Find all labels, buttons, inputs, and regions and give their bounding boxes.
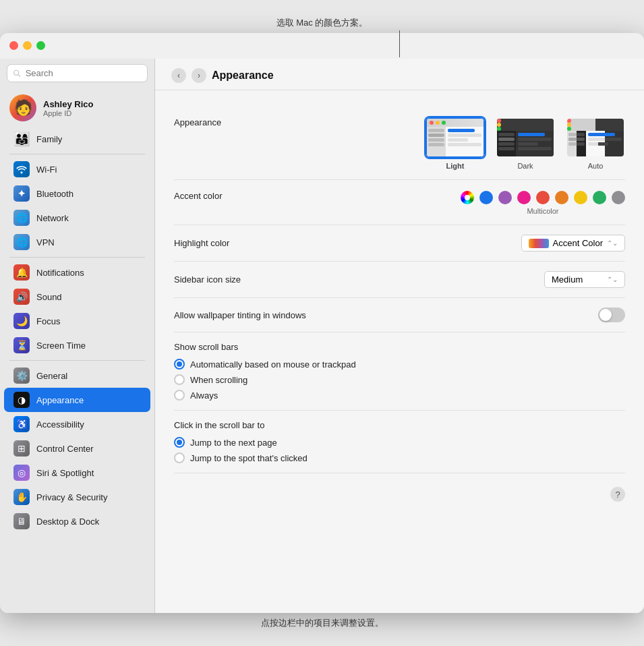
- close-button[interactable]: [9, 41, 18, 50]
- bluetooth-icon: ✦: [13, 185, 30, 202]
- desktop-icon: 🖥: [13, 513, 30, 529]
- accent-dot-graphite[interactable]: [612, 191, 625, 204]
- show-scroll-bars-section: Show scroll bars Automatically based on …: [174, 332, 625, 411]
- sidebar-label-general: General: [36, 371, 67, 381]
- sidebar-item-family[interactable]: 👨‍👩‍👧 Family: [4, 127, 150, 151]
- radio-clicked-spot-label: Jump to the spot that's clicked: [190, 453, 308, 463]
- divider: [9, 154, 145, 154]
- search-icon: [13, 69, 22, 78]
- theme-option-dark[interactable]: Dark: [496, 117, 555, 170]
- svg-point-0: [14, 70, 19, 75]
- appearance-icon: ◑: [13, 392, 30, 408]
- help-button[interactable]: ?: [610, 487, 625, 502]
- accent-dot-red[interactable]: [536, 191, 550, 204]
- radio-option-scrolling[interactable]: When scrolling: [174, 374, 625, 385]
- sidebar-label-focus: Focus: [36, 316, 60, 326]
- radio-option-clicked-spot[interactable]: Jump to the spot that's clicked: [174, 452, 625, 463]
- sidebar-label-siri: Siri & Spotlight: [36, 468, 94, 478]
- sidebar-icon-size-dropdown[interactable]: Medium ⌃⌄: [544, 271, 625, 288]
- radio-auto-label: Automatically based on mouse or trackpad: [190, 359, 356, 370]
- notifications-icon: 🔔: [13, 264, 30, 281]
- back-button[interactable]: ‹: [171, 68, 186, 83]
- sidebar-item-privacy[interactable]: ✋ Privacy & Security: [4, 485, 150, 509]
- sidebar-item-desktop[interactable]: 🖥 Desktop & Dock: [4, 509, 150, 533]
- general-icon: ⚙️: [13, 368, 30, 384]
- forward-button[interactable]: ›: [192, 68, 206, 83]
- sidebar-item-sound[interactable]: 🔊 Sound: [4, 285, 150, 309]
- main-header: ‹ › Appearance: [155, 59, 644, 90]
- accent-dot-yellow[interactable]: [574, 191, 587, 204]
- sidebar-icon-size-label: Sidebar icon size: [174, 274, 241, 285]
- sidebar-item-appearance[interactable]: ◑ Appearance: [4, 388, 150, 412]
- search-input[interactable]: [26, 68, 142, 78]
- radio-option-next-page[interactable]: Jump to the next page: [174, 437, 625, 448]
- accent-colors-group: Multicolor: [461, 191, 625, 215]
- tooltip-line: [399, 30, 400, 57]
- sidebar-label-bluetooth: Bluetooth: [36, 189, 74, 199]
- sidebar-item-vpn[interactable]: 🌐 VPN: [4, 230, 150, 254]
- accent-dot-pink[interactable]: [517, 191, 531, 204]
- highlight-color-value: Accent Color: [553, 238, 603, 248]
- radio-option-auto[interactable]: Automatically based on mouse or trackpad: [174, 359, 625, 370]
- accent-color-label: Accent color: [174, 191, 223, 201]
- controlcenter-icon: ⊞: [13, 440, 30, 457]
- accent-dot-multicolor[interactable]: [461, 191, 474, 204]
- wallpaper-tinting-toggle[interactable]: [598, 307, 625, 322]
- page-title: Appearance: [212, 69, 274, 82]
- click-scroll-options: Jump to the next page Jump to the spot t…: [174, 437, 625, 463]
- radio-clicked-spot[interactable]: [174, 452, 185, 463]
- divider3: [9, 360, 145, 361]
- accent-color-row: Accent color: [174, 180, 625, 225]
- focus-icon: 🌙: [13, 313, 30, 329]
- accent-dot-orange[interactable]: [555, 191, 568, 204]
- radio-scrolling-label: When scrolling: [190, 375, 247, 385]
- divider2: [9, 257, 145, 258]
- sidebar-label-vpn: VPN: [36, 237, 55, 247]
- content-area: 🧑 Ashley Rico Apple ID 👨‍👩‍👧 Family: [0, 59, 644, 613]
- sidebar-item-focus[interactable]: 🌙 Focus: [4, 309, 150, 333]
- sidebar-item-siri[interactable]: ◎ Siri & Spotlight: [4, 461, 150, 485]
- accent-dot-blue[interactable]: [479, 191, 493, 204]
- sidebar-item-controlcenter[interactable]: ⊞ Control Center: [4, 436, 150, 461]
- accessibility-icon: ♿: [13, 416, 30, 432]
- highlight-color-preview: [529, 239, 549, 248]
- sidebar-item-wifi[interactable]: Wi-Fi: [4, 157, 150, 181]
- siri-icon: ◎: [13, 465, 30, 481]
- accent-dot-purple[interactable]: [498, 191, 512, 204]
- sidebar-label-wifi: Wi-Fi: [36, 165, 57, 175]
- radio-always[interactable]: [174, 390, 185, 401]
- theme-thumbnail-dark: [496, 117, 555, 158]
- family-icon: 👨‍👩‍👧: [13, 131, 30, 147]
- sidebar-item-bluetooth[interactable]: ✦ Bluetooth: [4, 181, 150, 206]
- radio-scrolling[interactable]: [174, 374, 185, 385]
- search-bar[interactable]: [7, 64, 148, 82]
- highlight-color-row: Highlight color Accent Color ⌃⌄: [174, 225, 625, 262]
- minimize-button[interactable]: [23, 41, 32, 50]
- sidebar-item-network[interactable]: 🌐 Network: [4, 206, 150, 230]
- sidebar-label-network: Network: [36, 213, 69, 223]
- accent-multicolor-label: Multicolor: [461, 207, 625, 215]
- sidebar-user[interactable]: 🧑 Ashley Rico Apple ID: [0, 89, 154, 127]
- theme-option-light[interactable]: Light: [426, 117, 485, 170]
- radio-auto[interactable]: [174, 359, 185, 370]
- svg-line-1: [18, 74, 20, 76]
- radio-option-always[interactable]: Always: [174, 390, 625, 401]
- toggle-knob: [599, 309, 612, 321]
- appearance-label: Appearance: [174, 117, 221, 127]
- sidebar-item-accessibility[interactable]: ♿ Accessibility: [4, 412, 150, 436]
- sidebar-item-notifications[interactable]: 🔔 Notifications: [4, 260, 150, 285]
- tooltip-top: 选取 Mac 的颜色方案。: [0, 17, 644, 29]
- sidebar-label-controlcenter: Control Center: [36, 444, 94, 454]
- sidebar-item-label: Family: [36, 134, 62, 144]
- sidebar-item-general[interactable]: ⚙️ General: [4, 363, 150, 388]
- theme-option-auto[interactable]: Auto: [566, 117, 625, 170]
- vpn-icon: 🌐: [13, 234, 30, 250]
- sidebar-item-screentime[interactable]: ⏳ Screen Time: [4, 333, 150, 357]
- highlight-color-dropdown[interactable]: Accent Color ⌃⌄: [521, 235, 625, 252]
- wallpaper-tinting-row: Allow wallpaper tinting in windows: [174, 298, 625, 332]
- radio-next-page[interactable]: [174, 437, 185, 448]
- main-content: ‹ › Appearance Appearance: [155, 59, 644, 613]
- accent-dot-green[interactable]: [593, 191, 606, 204]
- maximize-button[interactable]: [36, 41, 45, 50]
- show-scroll-bars-label: Show scroll bars: [174, 342, 625, 352]
